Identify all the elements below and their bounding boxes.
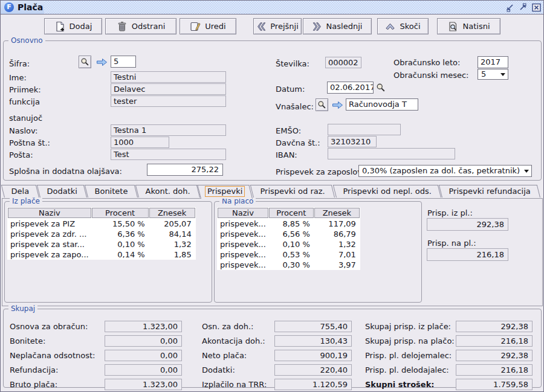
maximize-icon[interactable]: [517, 2, 528, 13]
date-field[interactable]: 02.06.2017: [327, 82, 374, 94]
table-row[interactable]: prispevek za PIZ15,50 %205,07: [8, 219, 195, 228]
tab-label: Akont. doh.: [143, 186, 192, 197]
post-office-field: Test: [111, 149, 226, 160]
code-lookup-button[interactable]: [79, 56, 91, 68]
cell-procent: 6,36 %: [92, 229, 149, 239]
accounting-month-label: Obračunski mesec:: [393, 71, 468, 80]
jump-button[interactable]: Skoči: [377, 18, 429, 34]
total-cost-field: 1.759,58: [456, 379, 533, 390]
titlebar-texture: [44, 1, 543, 14]
residing-label: stanujoč: [9, 114, 42, 123]
table-row[interactable]: prispevek...0,30 %3,97: [218, 260, 360, 269]
income-tax-advance-label: Akontacija doh.:: [202, 335, 265, 347]
cell-znesek: 84,14: [149, 229, 195, 239]
function-field: tester: [111, 95, 226, 107]
net-salary-field: 900,19: [274, 350, 352, 361]
table-row[interactable]: prispevek...0,53 %7,01: [218, 249, 360, 259]
from-salary-group: Iz plače Naziv Procent Znesek prispevek …: [4, 201, 212, 303]
table-row[interactable]: prispevek za star...0,10 %1,32: [8, 239, 195, 249]
entered-by-field[interactable]: Računovodja T: [346, 98, 418, 111]
tab-bonitete[interactable]: Bonitete: [85, 185, 138, 198]
chevron-down-icon: [524, 170, 529, 173]
edit-button[interactable]: Uredi: [180, 18, 236, 34]
accounting-year-field[interactable]: 2017: [478, 56, 508, 68]
cell-procent: 0,14 %: [92, 249, 149, 259]
table-row[interactable]: prispevek...0,10 %1,32: [218, 239, 360, 249]
accounting-month-select[interactable]: 5: [478, 69, 508, 80]
calc-base-label: Osnova za obračun:: [10, 321, 88, 332]
add-button[interactable]: Dodaj: [44, 18, 102, 34]
postal-code-label: Poštna št.:: [9, 138, 50, 148]
column-header-naziv[interactable]: Naziv: [218, 208, 268, 218]
cell-naziv: prispevek...: [218, 229, 268, 239]
totals-group: Skupaj Osnova za obračun: 1.323,00 Bonit…: [3, 309, 542, 388]
contrib-employer-label: Prisp. pl. delodajalec:: [365, 364, 449, 376]
total-contrib-on-field: 216,18: [456, 335, 533, 347]
code-field[interactable]: 5: [111, 56, 136, 68]
next-button[interactable]: Naslednji: [303, 18, 372, 34]
minimize-icon[interactable]: [505, 2, 516, 13]
tab-dela[interactable]: Dela: [1, 185, 39, 198]
total-contrib-from-label: Skupaj prisp. iz plače:: [365, 321, 451, 332]
column-header-procent[interactable]: Procent: [92, 208, 149, 218]
payout-to-account-field: 1.120,59: [274, 379, 352, 390]
column-header-znesek[interactable]: Znesek: [149, 208, 195, 218]
column-header-procent[interactable]: Procent: [269, 208, 314, 218]
chevrons-left-icon: [256, 22, 266, 31]
remove-button[interactable]: Odstrani: [105, 18, 176, 34]
cell-naziv: prispevek za star...: [8, 239, 91, 249]
close-icon[interactable]: [531, 2, 542, 13]
entered-by-lookup-button[interactable]: [316, 98, 328, 111]
emso-label: EMŠO:: [276, 126, 301, 136]
app-icon: F: [4, 2, 14, 12]
net-salary-label: Neto plača:: [202, 350, 247, 361]
cell-procent: 15,50 %: [92, 219, 149, 228]
cell-procent: 6,56 %: [269, 229, 314, 239]
tab-prispevki-refundacija[interactable]: Prispevki refundacija: [439, 185, 540, 198]
allowance-field[interactable]: 275,22: [147, 164, 223, 176]
first-name-field: Testni: [111, 71, 226, 83]
table-row[interactable]: prispevek...6,56 %86,79: [218, 229, 360, 239]
total-contrib-on-label: Skupaj prisp. na plačo:: [365, 335, 455, 347]
date-lookup-icon[interactable]: [376, 83, 386, 92]
tab-akont-doh[interactable]: Akont. doh.: [135, 185, 200, 198]
refund-label: Refundacija:: [10, 364, 58, 376]
tab-bar: Dela Dodatki Bonitete Akont. doh. Prispe…: [4, 185, 541, 198]
postal-code-field: 1000: [111, 137, 169, 148]
cell-naziv: prispevek...: [218, 239, 268, 249]
column-header-znesek[interactable]: Znesek: [314, 208, 360, 218]
totals-legend: Skupaj: [8, 304, 37, 313]
next-button-label: Naslednji: [326, 22, 363, 31]
table-row[interactable]: prispevek za zdr. ...6,36 %84,14: [8, 229, 195, 239]
tab-prispevki-od-nepl-ods[interactable]: Prispevki od nepl. ods.: [332, 185, 441, 198]
accounting-year-label: Obračunsko leto:: [393, 58, 460, 68]
contrib-employee-field: 292,38: [456, 350, 533, 361]
previous-button[interactable]: Prejšnji: [253, 18, 302, 34]
tab-prispevki-od-raz[interactable]: Prispevki od raz.: [250, 185, 335, 198]
gross-salary-field: 1.323,00: [105, 379, 182, 390]
date-label: Datum:: [276, 85, 305, 94]
tab-prispevki[interactable]: Prispevki: [197, 185, 253, 199]
magnifier-icon: [317, 100, 326, 109]
cell-naziv: prispevek za zapo...: [8, 249, 91, 259]
employment-contribution-select[interactable]: 0,30% (zaposlen za dol. čas, petkratnik): [358, 165, 532, 177]
iban-label: IBAN:: [276, 150, 297, 160]
cell-procent: 0,53 %: [269, 249, 314, 259]
tab-label: Prispevki od raz.: [258, 186, 328, 197]
contrib-employer-field: 216,18: [456, 364, 533, 376]
code-label: Šifra:: [9, 59, 30, 69]
column-header-naziv[interactable]: Naziv: [8, 208, 91, 218]
tax-number-field: 32103210: [328, 136, 377, 147]
cell-znesek: 1,32: [149, 239, 195, 249]
contrib-on-salary-label: Prisp. na pl.:: [427, 239, 476, 248]
on-salary-group: Na plačo Naziv Procent Znesek prispevek.…: [214, 201, 422, 303]
cell-naziv: prispevek za PIZ: [8, 219, 91, 228]
table-row[interactable]: prispevek za zapo...0,14 %1,85: [8, 249, 195, 259]
first-name-label: Ime:: [9, 73, 27, 83]
tab-dodatki[interactable]: Dodatki: [36, 185, 87, 198]
tab-label: Dela: [9, 186, 32, 197]
cell-znesek: 117,09: [314, 219, 360, 228]
table-row[interactable]: prispevek...8,85 %117,09: [218, 219, 360, 228]
tab-label: Prispevki refundacija: [447, 186, 533, 197]
print-button[interactable]: Natisni: [437, 18, 500, 34]
